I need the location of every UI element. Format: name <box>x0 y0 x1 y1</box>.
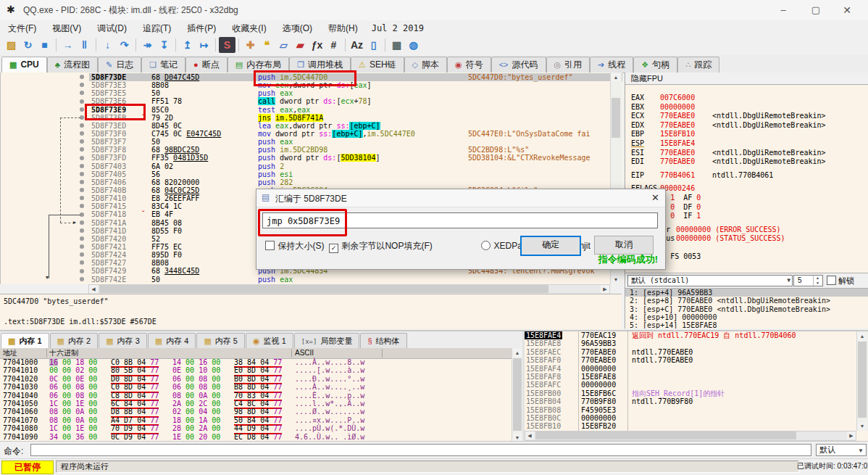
stack-row[interactable]: 15E8FAE896A59BB3 <box>525 339 856 347</box>
scroll-thumb[interactable] <box>513 358 522 431</box>
register-row[interactable]: ESP15E8FAE4 <box>625 139 868 149</box>
register-row[interactable]: ECX770EABE0<ntdll.DbgUiRemoteBreakin> <box>625 112 868 121</box>
stack-row[interactable]: 15E8FAEC770EABE0ntdll.770EABE0 <box>525 348 856 356</box>
breakpoint-dot[interactable] <box>80 91 84 95</box>
disasm-row[interactable]: 5D8F73E6FF51 78call dword ptr ds:[ecx+78… <box>1 97 622 105</box>
assemble-instruction-input[interactable]: jmp 0x5D8F73E9 <box>262 212 658 228</box>
dump-vscrollbar[interactable]: ▲ ▼ <box>512 348 523 442</box>
nop-fill-checkbox[interactable]: ✓ 剩余字节以NOP填充(F) <box>329 239 433 253</box>
disasm-row[interactable]: 5D8F73F0C745 0C E047C45Dmov dword ptr ss… <box>1 130 622 138</box>
execute-till-return-icon[interactable]: ↧ <box>156 37 172 53</box>
stack-arg-row[interactable]: 3: [esp+C] 770EABE0 <ntdll.DbgUiRemoteBr… <box>625 305 868 313</box>
menu-item[interactable]: 调试(D) <box>89 20 135 37</box>
disasm-row[interactable]: 5D8F740556push esi <box>1 170 622 178</box>
disasm-row[interactable]: 5D8F73F750push eax <box>1 138 622 146</box>
breakpoint-dot[interactable] <box>80 123 84 128</box>
hash-icon[interactable]: # <box>325 37 342 53</box>
menu-item[interactable]: 追踪(T) <box>135 20 179 37</box>
stack-args-table[interactable]: 1: [esp+4] 96A59BB32: [esp+8] 770EABE0 <… <box>625 288 868 329</box>
scroll-thumb[interactable] <box>535 431 796 439</box>
scroll-thumb[interactable] <box>99 285 548 293</box>
scroll-down-icon[interactable]: ▼ <box>858 422 867 430</box>
breakpoint-dot[interactable] <box>80 277 84 281</box>
menu-item[interactable]: 收藏夹(I) <box>224 20 274 37</box>
breakpoint-dot[interactable] <box>80 269 84 273</box>
tab-memory-map[interactable]: ▤内存布局 <box>228 57 289 73</box>
breakpoint-dot[interactable] <box>80 164 84 168</box>
column-divider[interactable] <box>291 349 292 358</box>
stack-row[interactable]: 15E8FB04770B9F80ntdll.770B9F80 <box>525 397 856 405</box>
stack-arg-row[interactable]: 1: [esp+4] 96A59BB3 <box>625 289 868 297</box>
register-row[interactable]: EDX770EABE0<ntdll.DbgUiRemoteBreakin> <box>625 121 868 131</box>
stack-arg-row[interactable]: 5: [esp+14] 15E8FAE8 <box>625 321 868 329</box>
disasm-row[interactable]: 5D8F74036A 02push 2 <box>1 162 622 170</box>
register-row[interactable]: EBX00000000 <box>625 103 868 112</box>
tab-script[interactable]: ◇脚本 <box>404 57 447 73</box>
dialog-close-icon[interactable]: ✕ <box>651 192 659 203</box>
tab-cpu[interactable]: ▦CPU <box>1 57 47 73</box>
step-over-icon[interactable]: ↷ <box>116 37 133 53</box>
stack-row[interactable]: 15E8FB1015E8FB20 <box>525 422 856 430</box>
font-icon[interactable]: Az <box>349 37 365 53</box>
maximize-button[interactable]: ▢ <box>804 2 828 18</box>
tab-seh[interactable]: ⚠SEH链 <box>351 57 404 73</box>
ok-button[interactable]: 确定 <box>520 236 581 256</box>
menu-item[interactable]: 选项(O) <box>275 20 320 37</box>
bookmark-icon[interactable]: ▰ <box>292 37 309 53</box>
minimize-button[interactable]: – <box>771 2 796 18</box>
register-row[interactable]: EBP15E8FB10 <box>625 130 868 139</box>
disasm-row[interactable]: 5D8F73ED8D45 0Clea eax,dword ptr ss:[ebp… <box>1 122 622 130</box>
breakpoint-dot[interactable] <box>80 244 84 249</box>
tab-log[interactable]: ✎日志 <box>98 57 141 73</box>
checkbox-checked-icon[interactable]: ✓ <box>329 244 338 253</box>
memory-dump-row[interactable]: 770410501C 00 1E 006C 84 04 772A 00 2C 0… <box>0 400 512 408</box>
step-out-icon[interactable]: ↥ <box>179 37 196 53</box>
stack-row[interactable]: 15E8FAF0770EABE0ntdll.770EABE0 <box>525 356 856 364</box>
breakpoint-dot[interactable] <box>80 196 84 200</box>
stack-row[interactable]: 15E8FAE4770EAC19返回到 ntdll.770EAC19 自 ntd… <box>525 331 856 339</box>
cancel-button[interactable]: 取消 <box>594 236 654 255</box>
keep-size-checkbox[interactable]: 保持大小(S) <box>265 239 324 252</box>
menu-item[interactable]: 视图(V) <box>44 20 89 37</box>
stack-pane[interactable]: 15E8FAE4770EAC19返回到 ntdll.770EAC19 自 ntd… <box>525 331 856 431</box>
checkbox-icon[interactable] <box>827 276 836 285</box>
menu-item[interactable]: 文件(F) <box>0 20 44 37</box>
patch-icon[interactable]: ✚ <box>242 37 259 53</box>
breakpoint-dot[interactable] <box>80 83 84 87</box>
scroll-thumb[interactable] <box>858 342 867 418</box>
column-divider[interactable] <box>382 349 383 358</box>
breakpoint-dot[interactable] <box>80 228 84 233</box>
pause-icon[interactable]: ‖ <box>76 37 93 53</box>
breakpoint-dot[interactable] <box>80 236 84 241</box>
breakpoint-dot[interactable] <box>80 75 84 79</box>
stack-row[interactable]: 15E8FB0C00000000 <box>525 414 856 422</box>
restart-icon[interactable]: ↻ <box>20 37 36 53</box>
disasm-row[interactable]: 5D8F73DE68 D047C45Dpush im.5DC447D05DC44… <box>1 73 622 81</box>
run-to-cursor-icon[interactable]: ↠ <box>139 37 156 53</box>
step-into-icon[interactable]: ↓ <box>99 37 116 53</box>
tab-symbols[interactable]: ◉符号 <box>447 57 491 73</box>
disasm-row[interactable]: 5D8F740668 82020000push 282 <box>1 178 622 186</box>
dump-tab-memory3[interactable]: ▦内存 3 <box>99 333 147 348</box>
memory-dump-row[interactable]: 7704100016 00 18 00C0 8B 04 7714 00 16 0… <box>0 358 512 366</box>
disasm-row[interactable]: 5D8F73E38B08mov ecx,dword ptr ds:[eax] <box>1 81 622 89</box>
disasm-row[interactable]: 5D8F73FDFF35 0481D35Dpush dword ptr ds:[… <box>1 154 622 162</box>
tab-trace[interactable]: ∴跟踪 <box>677 57 719 73</box>
arg-count-stepper[interactable]: 5▲▼ <box>793 275 823 286</box>
open-file-icon[interactable]: ▨ <box>3 37 20 53</box>
dump-tab-memory2[interactable]: ▦内存 2 <box>50 333 99 348</box>
memory-dump-row[interactable]: 7704109034 00 36 000C D9 04 771E 00 20 0… <box>0 433 512 441</box>
memory-dump-row[interactable]: 7704104006 00 08 00C8 8D 04 7708 00 0A 0… <box>0 392 512 400</box>
stepper-arrows-icon[interactable]: ▲▼ <box>813 276 822 286</box>
register-row[interactable]: EDI770EABE0<ntdll.DbgUiRemoteBreakin> <box>625 157 868 167</box>
breakpoint-dot[interactable] <box>80 115 84 120</box>
dump-tab-memory1[interactable]: ▦内存 1 <box>1 333 49 349</box>
comment-icon[interactable]: ❝ <box>259 37 275 53</box>
scroll-up-icon[interactable]: ▲ <box>612 73 620 81</box>
tab-breakpoints[interactable]: ●断点 <box>185 57 228 73</box>
dump-tab-watch1[interactable]: ◉监视 1 <box>246 333 293 348</box>
breakpoint-dot[interactable] <box>80 180 84 184</box>
chevron-down-icon[interactable]: ▼ <box>858 445 864 456</box>
memory-dump-row[interactable]: 770410801C 00 1E 0070 D9 04 7728 00 2A 0… <box>0 424 512 432</box>
breakpoint-dot[interactable] <box>80 212 84 217</box>
